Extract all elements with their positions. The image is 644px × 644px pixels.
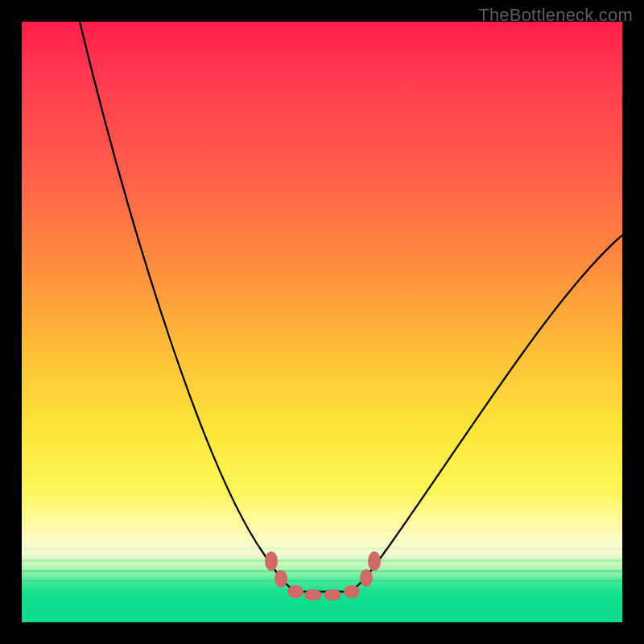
svg-point-9 — [304, 589, 322, 601]
svg-point-6 — [265, 551, 278, 571]
svg-point-10 — [324, 589, 341, 601]
svg-rect-0 — [22, 530, 622, 532]
curve-beads — [265, 551, 381, 601]
svg-point-12 — [360, 569, 373, 587]
plot-area — [22, 22, 622, 622]
bottleneck-curve — [22, 22, 622, 622]
svg-point-8 — [287, 585, 303, 598]
curve-path — [80, 22, 622, 592]
svg-rect-3 — [22, 570, 622, 572]
svg-rect-2 — [22, 559, 622, 562]
chart-container: TheBottleneck.com — [0, 0, 644, 644]
watermark-text: TheBottleneck.com — [478, 5, 633, 26]
svg-point-13 — [368, 551, 381, 571]
svg-point-11 — [344, 585, 360, 598]
svg-rect-4 — [22, 580, 622, 582]
svg-point-7 — [275, 570, 287, 588]
svg-rect-1 — [22, 547, 622, 550]
